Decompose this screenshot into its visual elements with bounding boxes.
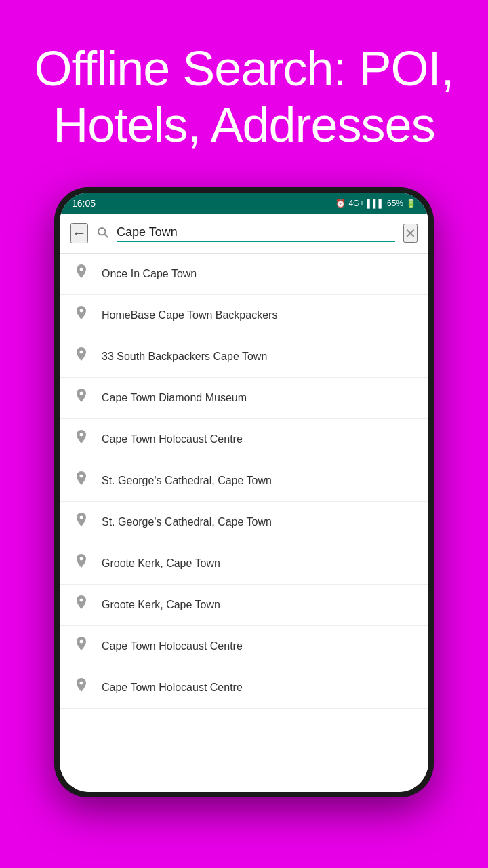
back-button[interactable]: ← xyxy=(70,223,88,243)
result-item[interactable]: Cape Town Holocaust Centre xyxy=(60,419,428,460)
search-bar: ← Cape Town ✕ xyxy=(60,214,428,254)
result-item[interactable]: St. George's Cathedral, Cape Town xyxy=(60,502,428,543)
location-pin-icon xyxy=(73,347,89,366)
status-alarm-icon: ⏰ xyxy=(336,199,346,208)
phone-screen: 16:05 ⏰ 4G+ ▌▌▌ 65% 🔋 ← Cap xyxy=(60,193,428,792)
result-name: Cape Town Holocaust Centre xyxy=(102,640,243,652)
results-list: Once In Cape Town HomeBase Cape Town Bac… xyxy=(60,254,428,792)
status-bar: 16:05 ⏰ 4G+ ▌▌▌ 65% 🔋 xyxy=(60,193,428,214)
location-pin-icon xyxy=(73,389,89,408)
result-item[interactable]: St. George's Cathedral, Cape Town xyxy=(60,460,428,502)
result-item[interactable]: Groote Kerk, Cape Town xyxy=(60,543,428,585)
result-item[interactable]: Cape Town Diamond Museum xyxy=(60,378,428,419)
location-pin-icon xyxy=(73,306,89,325)
search-icon xyxy=(96,226,108,241)
result-name: 33 South Backpackers Cape Town xyxy=(102,351,267,363)
status-right: ⏰ 4G+ ▌▌▌ 65% 🔋 xyxy=(336,199,416,208)
result-name: Groote Kerk, Cape Town xyxy=(102,557,220,570)
status-signal: 4G+ xyxy=(348,199,364,208)
status-battery: 65% xyxy=(387,199,403,208)
result-name: Once In Cape Town xyxy=(102,268,197,280)
result-name: Groote Kerk, Cape Town xyxy=(102,599,220,611)
status-time: 16:05 xyxy=(72,198,96,209)
location-pin-icon xyxy=(73,637,89,656)
result-item[interactable]: Cape Town Holocaust Centre xyxy=(60,667,428,709)
search-query-display[interactable]: Cape Town xyxy=(117,225,395,242)
result-name: Cape Town Holocaust Centre xyxy=(102,433,243,446)
result-item[interactable]: Groote Kerk, Cape Town xyxy=(60,585,428,626)
phone-wrapper: 16:05 ⏰ 4G+ ▌▌▌ 65% 🔋 ← Cap xyxy=(0,180,488,797)
result-item[interactable]: 33 South Backpackers Cape Town xyxy=(60,336,428,378)
location-pin-icon xyxy=(73,471,89,490)
clear-button[interactable]: ✕ xyxy=(403,224,418,243)
phone-frame: 16:05 ⏰ 4G+ ▌▌▌ 65% 🔋 ← Cap xyxy=(54,187,434,797)
result-name: Cape Town Diamond Museum xyxy=(102,392,247,404)
result-item[interactable]: HomeBase Cape Town Backpackers xyxy=(60,295,428,336)
location-pin-icon xyxy=(73,430,89,449)
svg-line-1 xyxy=(104,234,107,237)
promo-title: Offline Search: POI, Hotels, Addresses xyxy=(20,41,468,153)
result-name: St. George's Cathedral, Cape Town xyxy=(102,475,272,487)
location-pin-icon xyxy=(73,513,89,532)
location-pin-icon xyxy=(73,678,89,697)
promo-header: Offline Search: POI, Hotels, Addresses xyxy=(0,0,488,180)
location-pin-icon xyxy=(73,554,89,573)
result-name: HomeBase Cape Town Backpackers xyxy=(102,309,277,321)
result-name: St. George's Cathedral, Cape Town xyxy=(102,516,272,528)
location-pin-icon xyxy=(73,595,89,614)
location-pin-icon xyxy=(73,264,89,283)
result-item[interactable]: Once In Cape Town xyxy=(60,254,428,295)
result-name: Cape Town Holocaust Centre xyxy=(102,682,243,694)
status-bars-icon: ▌▌▌ xyxy=(367,199,384,208)
status-battery-icon: 🔋 xyxy=(406,199,416,208)
result-item[interactable]: Cape Town Holocaust Centre xyxy=(60,626,428,667)
